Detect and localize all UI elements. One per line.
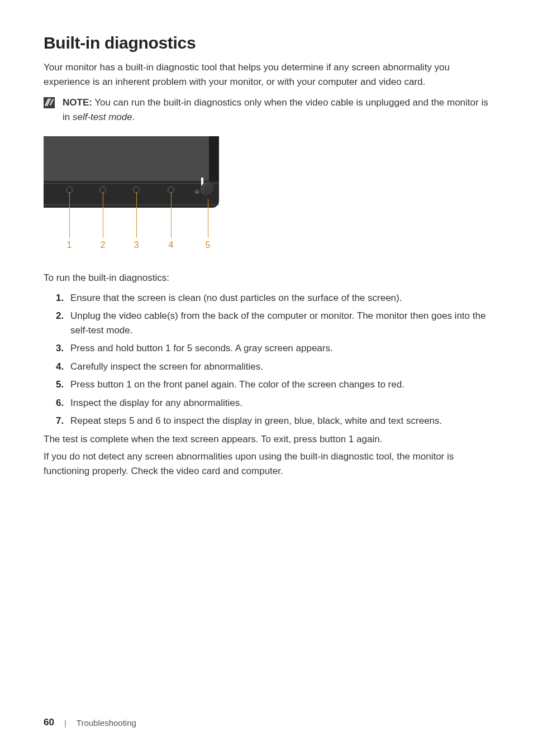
steps-list: Ensure that the screen is clean (no dust… <box>56 291 491 428</box>
callout-line-1 <box>69 192 70 238</box>
step-item: Press button 1 on the front panel again.… <box>56 377 491 392</box>
monitor-panel: ⏻ <box>44 136 219 208</box>
step-item: Repeat steps 5 and 6 to inspect the disp… <box>56 414 491 428</box>
callout-num-3: 3 <box>131 240 142 250</box>
note-italic: self-test mode <box>73 112 132 122</box>
steps-lead-in: To run the built-in diagnostics: <box>44 271 491 285</box>
step-item: Press and hold button 1 for 5 seconds. A… <box>56 341 491 356</box>
step-item: Carefully inspect the screen for abnorma… <box>56 360 491 374</box>
closing-paragraph-2: If you do not detect any screen abnormal… <box>44 449 491 478</box>
power-symbol: ⏻ <box>194 189 198 193</box>
svg-rect-0 <box>44 97 55 108</box>
callout-line-5 <box>208 199 208 238</box>
note-label: NOTE: <box>63 97 92 108</box>
intro-paragraph: Your monitor has a built-in diagnostic t… <box>44 60 491 89</box>
bezel-line <box>44 204 219 205</box>
callout-num-4: 4 <box>165 240 177 250</box>
bezel-line <box>44 183 219 184</box>
page-number: 60 <box>44 717 54 728</box>
footer-section: Troubleshooting <box>77 718 136 728</box>
callout-line-3 <box>136 192 137 238</box>
callout-num-1: 1 <box>64 240 75 250</box>
callout-num-2: 2 <box>97 240 108 250</box>
monitor-diagram: ⏻ 1 2 3 4 5 <box>44 136 219 250</box>
panel-right-strip <box>209 136 219 181</box>
note-block: NOTE: You can run the built-in diagnosti… <box>44 95 491 124</box>
step-item: Unplug the video cable(s) from the back … <box>56 309 491 337</box>
note-body-tail: . <box>132 112 135 122</box>
callout-line-2 <box>103 192 103 238</box>
page-footer: 60 | Troubleshooting <box>44 717 491 728</box>
callout-line-4 <box>171 192 172 238</box>
power-button <box>201 182 215 197</box>
closing-paragraph-1: The test is complete when the text scree… <box>44 432 491 447</box>
note-icon <box>44 97 55 108</box>
panel-top <box>44 136 209 181</box>
step-item: Inspect the display for any abnormalitie… <box>56 396 491 410</box>
callout-num-5: 5 <box>202 240 213 250</box>
note-text: NOTE: You can run the built-in diagnosti… <box>63 95 491 124</box>
panel-bezel <box>44 181 219 208</box>
footer-separator: | <box>64 718 66 728</box>
step-item: Ensure that the screen is clean (no dust… <box>56 291 491 305</box>
page-heading: Built-in diagnostics <box>44 34 491 52</box>
callout-area: 1 2 3 4 5 <box>44 208 219 250</box>
